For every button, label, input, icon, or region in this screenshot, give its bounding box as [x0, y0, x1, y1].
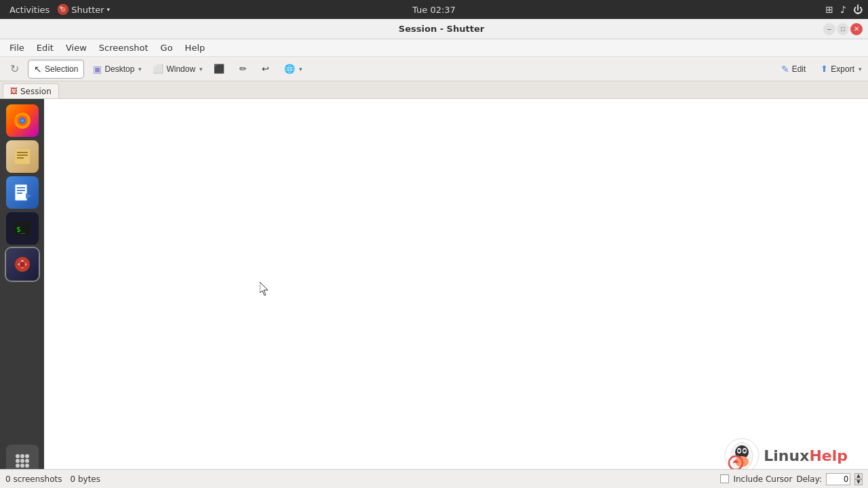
svg-point-28	[25, 464, 29, 468]
export-label: Export	[831, 64, 854, 74]
close-button[interactable]: ✕	[850, 23, 863, 35]
system-tray: ⊞ ♪ ⏻	[825, 4, 863, 15]
svg-point-20	[16, 454, 20, 458]
include-cursor-checkbox[interactable]	[720, 474, 729, 483]
window-controls: – □ ✕	[823, 23, 863, 35]
logo-linux-text: Linux	[764, 447, 809, 464]
window-icon	[153, 64, 163, 74]
draw-button[interactable]	[233, 60, 253, 79]
activities-button[interactable]: Activities	[5, 3, 54, 16]
network-icon[interactable]: ⊞	[825, 4, 833, 15]
status-bar: 0 screenshots 0 bytes Include Cursor Del…	[0, 469, 868, 488]
system-bar-left: Activities Shutter ▾	[5, 3, 110, 16]
svg-point-19	[20, 262, 25, 267]
svg-point-21	[20, 454, 24, 458]
delay-down-button[interactable]: ▼	[854, 479, 863, 485]
dock-firefox[interactable]	[6, 104, 39, 137]
toolbar-right: Edit Export ▾	[775, 60, 864, 79]
logo-help-text: Help	[809, 447, 848, 464]
status-right: Include Cursor Delay: ▲ ▼	[720, 473, 863, 485]
desktop-dropdown-arrow: ▾	[138, 66, 142, 73]
maximize-button[interactable]: □	[837, 23, 849, 35]
shutter-app-name: Shutter	[71, 5, 104, 15]
shutter-icon	[58, 4, 68, 15]
svg-point-23	[16, 459, 20, 463]
web-button[interactable]: ▾	[278, 60, 304, 79]
web-dropdown-arrow: ▾	[299, 66, 302, 73]
export-dropdown-arrow: ▾	[859, 66, 862, 73]
web-icon	[284, 64, 295, 74]
bytes-count: 0 bytes	[71, 474, 101, 484]
svg-point-27	[20, 464, 24, 468]
svg-point-25	[25, 459, 29, 463]
session-tab[interactable]: 🖼 Session	[3, 83, 59, 98]
delay-input[interactable]	[826, 473, 850, 485]
svg-rect-10	[17, 157, 24, 159]
svg-rect-13	[17, 190, 25, 191]
minimize-button[interactable]: –	[823, 23, 835, 35]
desktop-label: Desktop	[104, 64, 134, 74]
svg-rect-12	[17, 187, 25, 188]
main-area: $_	[0, 99, 868, 488]
desktop-button[interactable]: Desktop ▾	[87, 60, 144, 79]
desktop-icon	[93, 64, 102, 75]
svg-point-36	[738, 449, 741, 452]
delay-up-button[interactable]: ▲	[854, 473, 863, 479]
redo-edit-icon	[262, 64, 269, 74]
selection-label: Selection	[45, 64, 78, 74]
svg-point-2	[60, 6, 62, 9]
content-area: LinuxHelp	[44, 99, 868, 488]
shutter-dropdown-arrow: ▾	[107, 6, 111, 13]
menu-edit[interactable]: Edit	[31, 41, 59, 55]
redo-edit-button[interactable]	[256, 60, 275, 79]
fullscreen-icon	[214, 64, 224, 74]
session-tab-label: Session	[20, 87, 52, 96]
edit-label: Edit	[792, 64, 806, 74]
power-icon[interactable]: ⏻	[853, 4, 863, 15]
menu-bar: File Edit View Screenshot Go Help	[0, 39, 868, 57]
system-bar: Activities Shutter ▾ Tue 02:37 ⊞ ♪ ⏻	[0, 0, 868, 19]
fullscreen-button[interactable]	[208, 60, 231, 79]
mouse-cursor	[260, 282, 271, 298]
svg-point-6	[21, 119, 24, 122]
tab-bar: 🖼 Session	[0, 81, 868, 99]
refresh-button[interactable]	[4, 60, 25, 79]
selection-button[interactable]: Selection	[28, 60, 84, 79]
session-tab-icon: 🖼	[10, 87, 18, 96]
delay-label: Delay:	[796, 474, 822, 484]
draw-icon	[239, 64, 247, 74]
system-clock: Tue 02:37	[412, 5, 456, 15]
selection-icon	[34, 64, 42, 75]
edit-button[interactable]: Edit	[775, 60, 812, 79]
refresh-icon	[10, 62, 19, 75]
svg-rect-9	[17, 155, 28, 156]
delay-spinner: ▲ ▼	[854, 473, 863, 485]
svg-point-26	[16, 464, 20, 468]
include-cursor-label: Include Cursor	[733, 474, 792, 484]
dock-shutter[interactable]	[6, 248, 39, 281]
screenshots-count: 0 screenshots	[5, 474, 62, 484]
shutter-app-menu[interactable]: Shutter ▾	[58, 4, 110, 15]
window-label: Window	[166, 64, 195, 74]
svg-text:$_: $_	[16, 225, 26, 234]
menu-go[interactable]: Go	[155, 41, 178, 55]
svg-marker-29	[260, 282, 268, 296]
dock-files[interactable]	[6, 140, 39, 173]
menu-file[interactable]: File	[4, 41, 30, 55]
export-button[interactable]: Export ▾	[814, 60, 864, 79]
export-icon	[821, 64, 828, 74]
sidebar-dock: $_	[0, 99, 44, 488]
svg-rect-14	[17, 192, 22, 194]
audio-icon[interactable]: ♪	[840, 4, 846, 15]
status-left: 0 screenshots 0 bytes	[5, 474, 100, 484]
menu-view[interactable]: View	[60, 41, 92, 55]
menu-screenshot[interactable]: Screenshot	[94, 41, 154, 55]
dock-terminal[interactable]: $_	[6, 212, 39, 245]
menu-help[interactable]: Help	[180, 41, 211, 55]
edit-icon	[781, 64, 789, 75]
window-button[interactable]: Window ▾	[146, 60, 205, 79]
svg-marker-15	[26, 193, 31, 199]
logo-text: LinuxHelp	[764, 447, 848, 464]
dock-writer[interactable]	[6, 176, 39, 209]
svg-point-22	[25, 454, 29, 458]
